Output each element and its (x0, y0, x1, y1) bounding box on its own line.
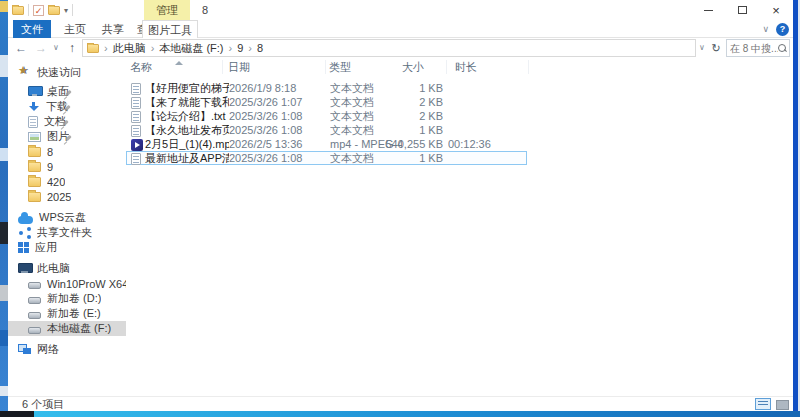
large-icons-view-button[interactable] (774, 398, 790, 410)
divider (72, 4, 73, 16)
file-duration (448, 96, 508, 110)
sidebar-item[interactable]: 新加卷 (D:) (8, 291, 126, 306)
file-row[interactable]: 2月5日_(1)(4).mp4 2026/2/5 13:36 mp4 - MPE… (126, 137, 793, 151)
maximize-icon (738, 6, 747, 14)
details-view-button[interactable] (755, 398, 771, 410)
tab-home[interactable]: 主页 (60, 20, 90, 38)
sidebar-item[interactable]: 图片 (8, 129, 126, 144)
navigation-pane: 快速访问 桌面 下载 文档 图片 8 9 420 2025 WPS云盘 (8, 58, 126, 396)
address-box[interactable]: 此电脑 本地磁盘 (F:) 9 8 (82, 39, 696, 57)
desktop-icon-fragment (0, 285, 8, 301)
breadcrumb-folder-8[interactable]: 8 (257, 42, 263, 54)
breadcrumb-separator (228, 42, 234, 54)
up-button[interactable]: ↑ (64, 38, 80, 58)
tab-picture-tools[interactable]: 图片工具 (142, 20, 198, 38)
text-file-icon (131, 111, 141, 123)
ribbon-right-controls: ∨ ? (762, 20, 789, 38)
sidebar-item-label: 快速访问 (37, 65, 81, 80)
file-name: 【论坛介绍】.txt (145, 110, 229, 124)
folder-icon (28, 147, 41, 157)
column-header-type[interactable]: 类型 (329, 58, 351, 76)
sidebar-item[interactable]: 420 (8, 174, 126, 189)
column-header-size[interactable]: 大小 (402, 58, 424, 76)
sidebar-item[interactable]: 应用 (8, 240, 126, 255)
file-size: 1 KB (363, 82, 443, 96)
download-icon (28, 101, 40, 113)
minimize-icon (704, 10, 713, 11)
refresh-icon[interactable]: ↻ (708, 38, 724, 58)
sidebar-item[interactable]: 新加卷 (E:) (8, 306, 126, 321)
sidebar-item[interactable]: 本地磁盘 (F:) (8, 321, 126, 336)
folder-icon[interactable] (48, 6, 60, 15)
close-button[interactable]: × (759, 0, 793, 20)
address-dropdown-icon[interactable]: ∨ (696, 38, 708, 58)
checkmark-icon[interactable]: ✓ (33, 5, 44, 16)
tab-file[interactable]: 文件 (13, 20, 51, 38)
sidebar-item[interactable]: Win10ProW X64 (C:) (8, 276, 126, 291)
desktop-icon-fragment (0, 1, 8, 12)
file-duration (448, 124, 508, 138)
ribbon-expand-icon[interactable]: ∨ (762, 24, 769, 34)
sidebar-item[interactable]: 桌面 (8, 84, 126, 99)
column-header-name[interactable]: 名称 (130, 58, 152, 76)
column-divider[interactable] (528, 60, 529, 74)
breadcrumb-separator (247, 42, 253, 54)
view-toggle-buttons (755, 398, 790, 410)
column-divider[interactable] (325, 60, 326, 74)
recent-locations-dropdown[interactable]: ∨ (50, 38, 62, 58)
pin-icon (60, 120, 69, 130)
sidebar-item-label: 新加卷 (D:) (47, 291, 101, 306)
maximize-button[interactable] (725, 0, 759, 20)
apps-icon (18, 242, 29, 253)
sidebar-item-label: 应用 (35, 240, 57, 255)
folder-icon[interactable] (12, 6, 24, 15)
sidebar-item-label: 共享文件夹 (37, 225, 92, 240)
search-box[interactable] (726, 39, 790, 57)
file-row[interactable]: 【永久地址发布页... 2025/3/26 1:08 文本文档 1 KB (126, 123, 793, 137)
column-header-date[interactable]: 日期 (228, 58, 250, 76)
breadcrumb-this-pc[interactable]: 此电脑 (113, 41, 146, 56)
file-date: 2025/3/26 1:08 (229, 110, 329, 124)
forward-button[interactable]: → (32, 38, 50, 58)
sidebar-item[interactable]: 文档 (8, 114, 126, 129)
explorer-window: ✓ ▾ 管理 8 × 文件 主页 共享 查看 图片工具 ∨ ? ← → ∨ ↑ (8, 0, 793, 411)
sidebar-item[interactable]: 网络 (8, 342, 126, 357)
back-button[interactable]: ← (12, 38, 30, 58)
window-title: 8 (202, 0, 208, 20)
file-row[interactable]: 【来了就能下载和... 2025/3/26 1:07 文本文档 2 KB (126, 95, 793, 109)
file-name: 最新地址及APP清... (145, 152, 229, 166)
sidebar-item[interactable]: 2025 (8, 189, 126, 204)
tab-share[interactable]: 共享 (98, 20, 128, 38)
minimize-button[interactable] (691, 0, 725, 20)
file-rows: 【好用便宜的梯子... 2026/1/9 8:18 文本文档 1 KB 【来了就… (126, 81, 793, 165)
breadcrumb-folder-9[interactable]: 9 (237, 42, 243, 54)
drive-icon (28, 327, 41, 334)
column-divider[interactable] (222, 60, 223, 74)
breadcrumb-drive-f[interactable]: 本地磁盘 (F:) (159, 41, 223, 56)
taskbar-edge (0, 411, 800, 417)
folder-icon (28, 192, 41, 202)
column-header-duration[interactable]: 时长 (455, 58, 477, 76)
sidebar-item[interactable]: 下载 (8, 99, 126, 114)
file-duration (448, 152, 508, 166)
sidebar-item[interactable]: 8 (8, 144, 126, 159)
search-input[interactable] (730, 43, 778, 54)
file-row[interactable]: 最新地址及APP清... 2025/3/26 1:08 文本文档 1 KB (126, 151, 527, 165)
dropdown-icon[interactable]: ▾ (64, 6, 68, 15)
sidebar-item[interactable]: 共享文件夹 (8, 225, 126, 240)
sidebar-item[interactable]: WPS云盘 (8, 210, 126, 225)
sidebar-item[interactable]: 此电脑 (8, 261, 126, 276)
desktop-icon (28, 86, 41, 97)
column-divider[interactable] (446, 60, 447, 74)
file-row[interactable]: 【论坛介绍】.txt 2025/3/26 1:08 文本文档 2 KB (126, 109, 793, 123)
sidebar-item[interactable]: 快速访问 (8, 65, 126, 80)
text-file-icon (131, 97, 141, 109)
sort-ascending-icon[interactable] (175, 61, 183, 65)
sidebar-item-label: 8 (47, 146, 53, 158)
text-file-icon (131, 153, 141, 165)
video-file-icon (131, 139, 143, 151)
file-size: 1 KB (363, 152, 443, 166)
file-row[interactable]: 【好用便宜的梯子... 2026/1/9 8:18 文本文档 1 KB (126, 81, 793, 95)
sidebar-item[interactable]: 9 (8, 159, 126, 174)
help-icon[interactable]: ? (776, 23, 789, 36)
